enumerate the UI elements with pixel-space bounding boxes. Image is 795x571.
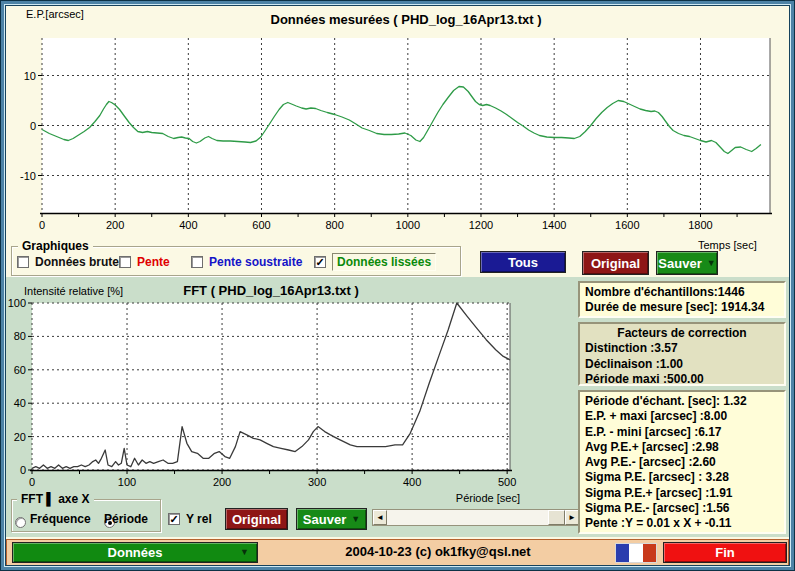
pente-label[interactable]: Pente bbox=[137, 255, 170, 269]
donnees-button-label: Données bbox=[108, 545, 163, 560]
fft-x-axis-label: Période [sec] bbox=[440, 492, 520, 504]
samples-count: Nombre d'échantillons:1446 bbox=[585, 285, 779, 300]
check-icon: ✓ bbox=[315, 256, 324, 268]
svg-text:600: 600 bbox=[252, 219, 270, 231]
sauver-button-fft[interactable]: Sauver▼ bbox=[296, 508, 367, 530]
stat-line: Avg P.E.- [arcsec] :2.60 bbox=[585, 455, 779, 470]
correction-title: Facteurs de correction bbox=[585, 326, 779, 341]
arrow-left-icon[interactable]: ◄ bbox=[373, 510, 387, 525]
svg-text:1000: 1000 bbox=[396, 219, 420, 231]
y-rel-checkbox[interactable]: ✓ bbox=[168, 513, 180, 525]
correction-line: Période maxi :500.00 bbox=[585, 372, 779, 387]
frequence-radio[interactable] bbox=[15, 517, 26, 528]
original-button-fft[interactable]: Original bbox=[225, 508, 288, 530]
svg-text:1400: 1400 bbox=[542, 219, 566, 231]
fin-button[interactable]: Fin bbox=[663, 542, 787, 563]
original-button-top[interactable]: Original bbox=[582, 251, 649, 275]
original-button-label: Original bbox=[232, 512, 281, 527]
periode-radio-label[interactable]: Période bbox=[104, 512, 148, 526]
copyright-text: 2004-10-23 (c) ok1fky@qsl.net bbox=[263, 544, 613, 559]
correction-factors-box: Facteurs de correction Distinction :3.57… bbox=[578, 322, 786, 386]
graphiques-group-label: Graphiques bbox=[18, 239, 93, 253]
svg-text:800: 800 bbox=[325, 219, 343, 231]
stat-line: Période d'échant. [sec]: 1.32 bbox=[585, 394, 779, 409]
svg-text:-10: -10 bbox=[20, 170, 36, 182]
svg-text:10: 10 bbox=[24, 70, 36, 82]
sauver-button-label: Sauver bbox=[303, 512, 346, 527]
stat-line: Pente :Y = 0.01 x X + -0.11 bbox=[585, 516, 779, 531]
measured-chart-title: Données mesurées ( PHD_log_16Apr13.txt ) bbox=[42, 12, 770, 27]
svg-text:0: 0 bbox=[39, 219, 45, 231]
fin-button-label: Fin bbox=[715, 545, 735, 560]
svg-text:200: 200 bbox=[106, 219, 124, 231]
stat-line: Sigma P.E.- [arcsec] :1.56 bbox=[585, 501, 779, 516]
footer-bar: Données ▼ 2004-10-23 (c) ok1fky@qsl.net … bbox=[6, 539, 789, 566]
fft-horizontal-scrollbar[interactable]: ◄ ► bbox=[372, 509, 580, 526]
stat-line: Sigma P.E.+ [arcsec] :1.91 bbox=[585, 486, 779, 501]
y-rel-label[interactable]: Y rel bbox=[186, 512, 212, 526]
scrollbar-thumb[interactable] bbox=[548, 510, 565, 525]
check-icon: ✓ bbox=[169, 513, 178, 525]
sauver-button-label: Sauver bbox=[658, 256, 701, 271]
measured-x-axis-label: Temps [sec] bbox=[698, 239, 757, 251]
original-button-label: Original bbox=[591, 256, 640, 271]
frequence-radio-label[interactable]: Fréquence bbox=[30, 512, 91, 526]
fft-axis-group-label: FFT ▌ axe X bbox=[17, 492, 94, 506]
svg-text:1800: 1800 bbox=[688, 219, 712, 231]
chevron-down-icon: ▼ bbox=[240, 548, 249, 557]
svg-text:1200: 1200 bbox=[469, 219, 493, 231]
tous-button-label: Tous bbox=[508, 255, 538, 270]
correction-line: Distinction :3.57 bbox=[585, 341, 779, 356]
donnees-lissees-checkbox[interactable]: ✓ bbox=[314, 256, 326, 268]
flag-stripe-blue bbox=[616, 544, 629, 562]
application-window: 020040060080010001200140016001800-100100… bbox=[0, 0, 795, 571]
flag-stripe-white bbox=[629, 544, 642, 562]
svg-text:0: 0 bbox=[30, 120, 36, 132]
donnees-lissees-label[interactable]: Données lissées bbox=[332, 253, 436, 271]
measure-duration: Durée de mesure [sec]: 1914.34 bbox=[585, 300, 779, 315]
stat-line: E.P. - mini [arcsec] :6.17 bbox=[585, 425, 779, 440]
donnees-brutes-checkbox[interactable] bbox=[17, 256, 29, 268]
flag-stripe-red bbox=[643, 544, 656, 562]
tous-button[interactable]: Tous bbox=[480, 251, 566, 273]
svg-text:400: 400 bbox=[179, 219, 197, 231]
arrow-right-icon[interactable]: ► bbox=[565, 510, 579, 525]
stat-line: E.P. + maxi [arcsec] :8.00 bbox=[585, 409, 779, 424]
correction-line: Déclinaison :1.00 bbox=[585, 357, 779, 372]
pente-soustraite-checkbox[interactable] bbox=[191, 256, 203, 268]
french-flag[interactable] bbox=[615, 543, 657, 563]
sample-info-box: Nombre d'échantillons:1446 Durée de mesu… bbox=[578, 281, 786, 318]
svg-text:1600: 1600 bbox=[615, 219, 639, 231]
donnees-brutes-label[interactable]: Données brutes bbox=[35, 255, 126, 269]
pente-soustraite-label[interactable]: Pente soustraite bbox=[209, 255, 302, 269]
donnees-button[interactable]: Données ▼ bbox=[12, 542, 258, 563]
stat-line: Avg P.E.+ [arcsec] :2.98 bbox=[585, 440, 779, 455]
chevron-down-icon: ▼ bbox=[351, 515, 360, 524]
scrollbar-track[interactable] bbox=[387, 510, 565, 525]
sauver-button-top[interactable]: Sauver▼ bbox=[656, 251, 718, 275]
chevron-down-icon: ▼ bbox=[707, 259, 716, 268]
fft-chart-title: FFT ( PHD_log_16Apr13.txt ) bbox=[32, 283, 510, 298]
statistics-box: Période d'échant. [sec]: 1.32 E.P. + max… bbox=[578, 390, 786, 534]
pente-checkbox[interactable] bbox=[119, 256, 131, 268]
stat-line: Sigma P.E. [arcsec] : 3.28 bbox=[585, 470, 779, 485]
